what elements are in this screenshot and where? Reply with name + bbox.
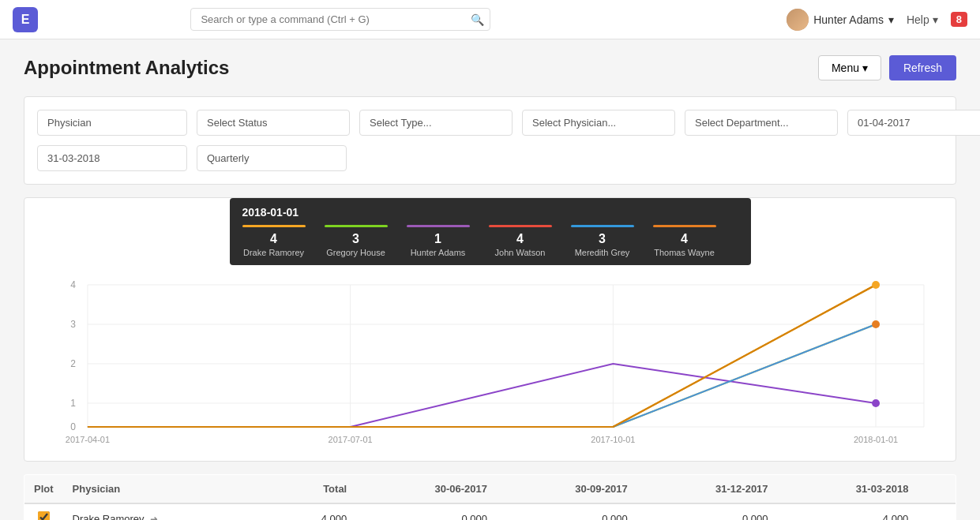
tooltip-color-thomas <box>653 225 716 227</box>
table-body: Drake Ramorey ➜ 4.000 0.000 0.000 0.000 … <box>24 503 956 520</box>
svg-text:2017-04-01: 2017-04-01 <box>66 435 110 444</box>
date1-cell: 0.000 <box>356 503 497 520</box>
department-filter[interactable] <box>685 110 838 136</box>
svg-text:4: 4 <box>70 279 76 290</box>
user-chevron-icon: ▾ <box>888 13 894 26</box>
avatar <box>787 9 809 31</box>
col-actions <box>918 475 956 504</box>
line-gregory <box>88 324 876 427</box>
physician2-filter[interactable] <box>522 110 675 136</box>
date-to-filter[interactable] <box>37 145 187 171</box>
line-drake <box>88 285 876 427</box>
tooltip-color-hunter <box>407 225 470 227</box>
line-thomas <box>88 285 876 427</box>
help-button[interactable]: Help ▾ <box>907 13 938 26</box>
svg-text:1: 1 <box>70 398 76 409</box>
type-filter[interactable] <box>359 110 513 136</box>
svg-text:2017-10-01: 2017-10-01 <box>591 435 635 444</box>
tooltip-hunter: 1 Hunter Adams <box>407 225 470 257</box>
topnav: E 🔍 Hunter Adams ▾ Help ▾ 8 <box>0 0 980 39</box>
chart-tooltip: 2018-01-01 4 Drake Ramorey 3 Gregory Hou… <box>230 198 751 265</box>
filter-row-1 <box>37 110 943 136</box>
tooltip-color-gregory <box>325 225 388 227</box>
search-input[interactable] <box>190 8 490 31</box>
date4-cell: 4.000 <box>778 503 918 520</box>
svg-text:0: 0 <box>70 421 76 432</box>
filter-panel <box>24 96 956 185</box>
tooltip-color-john <box>489 225 552 227</box>
user-area[interactable]: Hunter Adams ▾ <box>787 9 894 31</box>
nav-right: Hunter Adams ▾ Help ▾ 8 <box>787 9 967 31</box>
user-name: Hunter Adams <box>813 13 884 26</box>
col-date2: 30-09-2017 <box>497 475 637 504</box>
physician-filter[interactable] <box>37 110 187 136</box>
col-date3: 31-12-2017 <box>637 475 778 504</box>
table-row: Drake Ramorey ➜ 4.000 0.000 0.000 0.000 … <box>24 503 956 520</box>
date3-cell: 0.000 <box>637 503 778 520</box>
col-plot: Plot <box>24 475 63 504</box>
svg-text:3: 3 <box>70 319 76 330</box>
physician-cell: Drake Ramorey ➜ <box>63 503 269 520</box>
notification-badge[interactable]: 8 <box>951 12 967 27</box>
tooltip-gregory: 3 Gregory House <box>325 225 388 257</box>
line-hunter <box>88 364 876 427</box>
page-content: Appointment Analytics Menu ▾ Refresh 201… <box>0 39 980 520</box>
period-filter[interactable] <box>197 145 347 171</box>
point-drake-end <box>872 281 880 289</box>
chart-area: 4 3 2 1 0 2017-04-01 2017-07-01 2017-10-… <box>40 277 940 453</box>
help-chevron-icon: ▾ <box>933 13 938 26</box>
search-icon: 🔍 <box>471 13 484 26</box>
tooltip-drake: 4 Drake Ramorey <box>242 225 306 257</box>
header-actions: Menu ▾ Refresh <box>818 55 956 80</box>
chart-section: 2018-01-01 4 Drake Ramorey 3 Gregory Hou… <box>24 197 956 462</box>
point-hunter-end <box>872 399 880 407</box>
col-total: Total <box>268 475 356 504</box>
svg-text:2017-07-01: 2017-07-01 <box>329 435 373 444</box>
table-header: Plot Physician Total 30-06-2017 30-09-20… <box>24 475 956 504</box>
physician-link-icon[interactable]: ➜ <box>150 514 158 521</box>
tooltip-date: 2018-01-01 <box>242 206 738 219</box>
page-title: Appointment Analytics <box>24 57 229 79</box>
search-bar: 🔍 <box>190 8 490 31</box>
tooltip-john: 4 John Watson <box>489 225 552 257</box>
line-john <box>88 285 876 427</box>
total-cell: 4.000 <box>268 503 356 520</box>
svg-text:2: 2 <box>70 358 76 369</box>
row-actions <box>918 503 956 520</box>
line-meredith <box>88 324 876 427</box>
table-header-row: Plot Physician Total 30-06-2017 30-09-20… <box>24 475 956 504</box>
tooltip-color-drake <box>242 225 306 227</box>
col-date1: 30-06-2017 <box>356 475 497 504</box>
date-from-filter[interactable] <box>847 110 980 136</box>
col-date4: 31-03-2018 <box>778 475 918 504</box>
plot-cell[interactable] <box>24 503 63 520</box>
data-table: Plot Physician Total 30-06-2017 30-09-20… <box>24 474 956 520</box>
svg-text:2018-01-01: 2018-01-01 <box>854 435 898 444</box>
date2-cell: 0.000 <box>497 503 637 520</box>
tooltip-meredith: 3 Meredith Grey <box>571 225 634 257</box>
page-header: Appointment Analytics Menu ▾ Refresh <box>24 55 956 80</box>
refresh-button[interactable]: Refresh <box>889 55 956 80</box>
col-physician: Physician <box>63 475 269 504</box>
app-icon[interactable]: E <box>13 7 38 32</box>
tooltip-physicians: 4 Drake Ramorey 3 Gregory House 1 Hunter… <box>242 225 738 257</box>
filter-row-2 <box>37 145 943 171</box>
tooltip-color-meredith <box>571 225 634 227</box>
menu-button[interactable]: Menu ▾ <box>818 55 881 80</box>
menu-chevron-icon: ▾ <box>862 62 868 74</box>
tooltip-thomas: 4 Thomas Wayne <box>653 225 716 257</box>
point-gregory-end <box>872 320 880 328</box>
status-filter[interactable] <box>197 110 350 136</box>
line-chart: 4 3 2 1 0 2017-04-01 2017-07-01 2017-10-… <box>40 277 940 451</box>
